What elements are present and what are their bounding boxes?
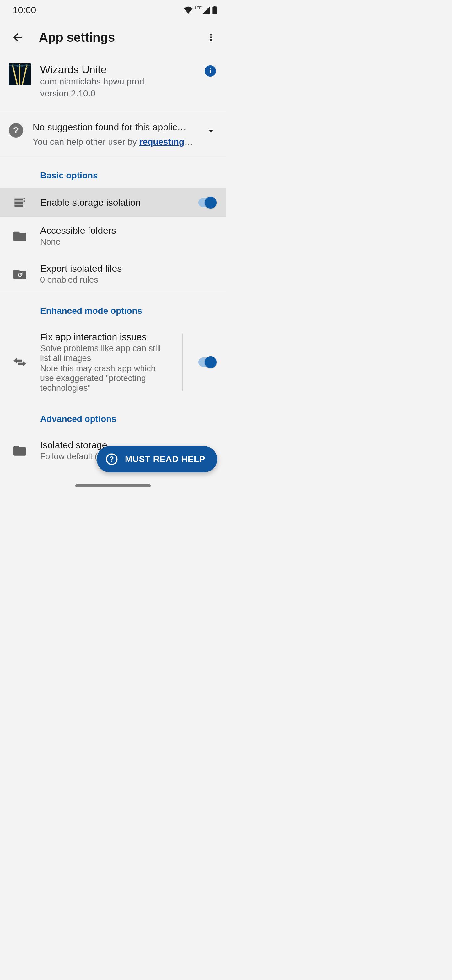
nav-handle <box>75 484 151 487</box>
row-subtitle: None <box>40 237 219 247</box>
row-subtitle-1: Solve problems like app can still list a… <box>40 344 170 363</box>
fix-interaction-switch[interactable] <box>198 358 216 367</box>
suggestion-help-prefix: You can help other user by <box>33 137 140 147</box>
svg-rect-6 <box>14 204 23 207</box>
wifi-icon <box>184 6 193 14</box>
info-icon: i <box>209 67 211 75</box>
svg-text:?: ? <box>109 455 114 463</box>
request-rule-link[interactable]: requesting rule with a s… <box>140 137 194 147</box>
suggestion-panel[interactable]: ? No suggestion found for this applic… Y… <box>0 113 226 158</box>
svg-point-1 <box>210 37 212 38</box>
svg-rect-5 <box>14 201 23 204</box>
help-circle-icon: ? <box>105 453 118 466</box>
app-icon <box>9 64 31 86</box>
chevron-down-icon <box>205 125 217 136</box>
vertical-separator <box>182 334 183 391</box>
folder-icon <box>14 231 26 241</box>
row-subtitle-2: Note this may crash app which use exagge… <box>40 364 170 393</box>
suggestion-subtext: You can help other user by requesting ru… <box>33 137 194 147</box>
suggestion-title: No suggestion found for this applic… <box>33 122 194 132</box>
battery-icon <box>212 6 217 14</box>
app-package: com.nianticlabs.hpwu.prod <box>40 76 205 88</box>
section-advanced-header: Advanced options <box>0 401 226 431</box>
folder-sync-icon <box>14 269 26 279</box>
row-title: Fix app interaction issues <box>40 332 170 342</box>
row-subtitle: 0 enabled rules <box>40 275 219 285</box>
more-vert-icon <box>206 33 215 42</box>
network-label: LTE <box>195 6 201 10</box>
app-bar: App settings <box>0 20 226 55</box>
section-basic-header: Basic options <box>0 158 226 188</box>
folder-icon <box>14 445 26 456</box>
status-icons: LTE <box>184 6 217 14</box>
expand-button[interactable] <box>203 123 219 138</box>
app-name: Wizards Unite <box>40 64 205 76</box>
app-info-button[interactable]: i <box>205 65 216 76</box>
svg-point-0 <box>210 34 212 36</box>
svg-point-2 <box>210 39 212 41</box>
row-fix-interaction[interactable]: Fix app interaction issues Solve problem… <box>0 323 226 401</box>
must-read-help-button[interactable]: ? MUST READ HELP <box>97 446 217 473</box>
app-info-row: Wizards Unite com.nianticlabs.hpwu.prod … <box>0 55 226 112</box>
row-enable-isolation[interactable]: Enable storage isolation <box>0 188 226 217</box>
status-time: 10:00 <box>13 5 36 15</box>
row-export-files[interactable]: Export isolated files 0 enabled rules <box>0 255 226 293</box>
section-enhanced-header: Enhanced mode options <box>0 293 226 323</box>
svg-rect-8 <box>24 200 25 202</box>
row-accessible-folders[interactable]: Accessible folders None <box>0 217 226 255</box>
cellular-icon <box>202 6 210 14</box>
help-icon: ? <box>9 123 23 138</box>
overflow-menu-button[interactable] <box>201 27 221 48</box>
arrow-back-icon <box>11 31 24 44</box>
storage-icon <box>14 196 26 209</box>
row-title: Accessible folders <box>40 225 219 236</box>
swap-icon <box>14 358 26 367</box>
enable-isolation-switch[interactable] <box>198 198 216 207</box>
app-version: version 2.10.0 <box>40 88 205 100</box>
row-title: Enable storage isolation <box>40 197 189 208</box>
page-title: App settings <box>28 30 201 45</box>
svg-rect-4 <box>14 198 23 200</box>
status-bar: 10:00 LTE <box>0 0 226 20</box>
back-button[interactable] <box>8 27 28 48</box>
fab-label: MUST READ HELP <box>125 454 205 464</box>
svg-rect-7 <box>24 198 25 199</box>
row-title: Export isolated files <box>40 263 219 274</box>
